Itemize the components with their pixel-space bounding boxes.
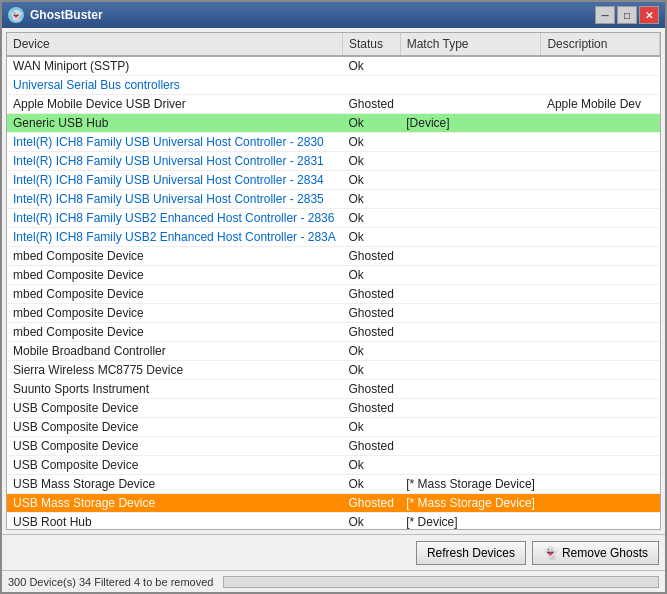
table-row[interactable]: Intel(R) ICH8 Family USB2 Enhanced Host …: [7, 209, 660, 228]
device-status: Ok: [342, 456, 400, 475]
device-match: [400, 190, 541, 209]
device-link[interactable]: Intel(R) ICH8 Family USB Universal Host …: [13, 192, 324, 206]
table-row[interactable]: USB Composite Device Ghosted: [7, 399, 660, 418]
table-scroll[interactable]: Device Status Match Type Description WAN…: [7, 33, 660, 529]
device-name: USB Mass Storage Device: [7, 494, 342, 513]
device-match: [400, 304, 541, 323]
device-desc: [541, 209, 660, 228]
device-link[interactable]: Intel(R) ICH8 Family USB Universal Host …: [13, 154, 324, 168]
close-button[interactable]: ✕: [639, 6, 659, 24]
device-match: [400, 133, 541, 152]
table-row[interactable]: mbed Composite Device Ghosted: [7, 285, 660, 304]
device-desc: [541, 418, 660, 437]
table-row[interactable]: Universal Serial Bus controllers: [7, 76, 660, 95]
device-desc: [541, 342, 660, 361]
device-name: Intel(R) ICH8 Family USB Universal Host …: [7, 171, 342, 190]
table-row[interactable]: mbed Composite Device Ghosted: [7, 323, 660, 342]
table-row[interactable]: USB Composite Device Ok: [7, 456, 660, 475]
device-desc: [541, 56, 660, 76]
title-bar-left: 👻 GhostBuster: [8, 7, 103, 23]
table-row[interactable]: Suunto Sports Instrument Ghosted: [7, 380, 660, 399]
device-name: Intel(R) ICH8 Family USB Universal Host …: [7, 152, 342, 171]
device-desc: [541, 152, 660, 171]
device-name: Apple Mobile Device USB Driver: [7, 95, 342, 114]
device-status: Ok: [342, 114, 400, 133]
main-window: 👻 GhostBuster ─ □ ✕ Device Status Match …: [0, 0, 667, 594]
device-desc: [541, 399, 660, 418]
device-desc: [541, 114, 660, 133]
table-row[interactable]: USB Mass Storage Device Ghosted [* Mass …: [7, 494, 660, 513]
device-desc: [541, 266, 660, 285]
device-desc: [541, 437, 660, 456]
device-status: Ok: [342, 266, 400, 285]
device-match: [400, 418, 541, 437]
device-match: [400, 399, 541, 418]
device-match: [400, 228, 541, 247]
device-status: Ok: [342, 209, 400, 228]
col-header-device: Device: [7, 33, 342, 56]
refresh-devices-button[interactable]: Refresh Devices: [416, 541, 526, 565]
device-name: mbed Composite Device: [7, 304, 342, 323]
table-header-row: Device Status Match Type Description: [7, 33, 660, 56]
device-desc: [541, 323, 660, 342]
section-label: Universal Serial Bus controllers: [7, 76, 660, 95]
table-row[interactable]: Intel(R) ICH8 Family USB2 Enhanced Host …: [7, 228, 660, 247]
device-name: mbed Composite Device: [7, 266, 342, 285]
device-desc: [541, 285, 660, 304]
device-name: USB Mass Storage Device: [7, 475, 342, 494]
device-match: [400, 285, 541, 304]
device-desc: [541, 171, 660, 190]
device-match: [400, 247, 541, 266]
table-row[interactable]: mbed Composite Device Ghosted: [7, 304, 660, 323]
table-row[interactable]: Apple Mobile Device USB Driver Ghosted A…: [7, 95, 660, 114]
maximize-button[interactable]: □: [617, 6, 637, 24]
col-header-desc: Description: [541, 33, 660, 56]
table-row[interactable]: USB Root Hub Ok [* Device]: [7, 513, 660, 530]
remove-ghosts-button[interactable]: 👻 Remove Ghosts: [532, 541, 659, 565]
device-link[interactable]: Intel(R) ICH8 Family USB2 Enhanced Host …: [13, 230, 336, 244]
device-name: Intel(R) ICH8 Family USB2 Enhanced Host …: [7, 228, 342, 247]
device-status: Ok: [342, 152, 400, 171]
device-status: Ok: [342, 171, 400, 190]
table-row[interactable]: Intel(R) ICH8 Family USB Universal Host …: [7, 190, 660, 209]
device-name: Intel(R) ICH8 Family USB2 Enhanced Host …: [7, 209, 342, 228]
status-bar: 300 Device(s) 34 Filtered 4 to be remove…: [2, 570, 665, 592]
device-status: Ok: [342, 133, 400, 152]
device-desc: [541, 475, 660, 494]
table-row[interactable]: mbed Composite Device Ghosted: [7, 247, 660, 266]
device-name: Mobile Broadband Controller: [7, 342, 342, 361]
minimize-button[interactable]: ─: [595, 6, 615, 24]
device-desc: [541, 380, 660, 399]
table-row[interactable]: Intel(R) ICH8 Family USB Universal Host …: [7, 171, 660, 190]
table-row[interactable]: Generic USB Hub Ok [Device]: [7, 114, 660, 133]
device-name: Sierra Wireless MC8775 Device: [7, 361, 342, 380]
table-row[interactable]: Mobile Broadband Controller Ok: [7, 342, 660, 361]
table-row[interactable]: Intel(R) ICH8 Family USB Universal Host …: [7, 152, 660, 171]
table-row[interactable]: Intel(R) ICH8 Family USB Universal Host …: [7, 133, 660, 152]
device-link[interactable]: Intel(R) ICH8 Family USB Universal Host …: [13, 135, 324, 149]
device-desc: [541, 228, 660, 247]
device-match: [* Mass Storage Device]: [400, 494, 541, 513]
table-row[interactable]: WAN Miniport (SSTP) Ok: [7, 56, 660, 76]
table-row[interactable]: mbed Composite Device Ok: [7, 266, 660, 285]
device-link[interactable]: Intel(R) ICH8 Family USB Universal Host …: [13, 173, 324, 187]
device-match: [400, 266, 541, 285]
device-name: Intel(R) ICH8 Family USB Universal Host …: [7, 133, 342, 152]
device-status: Ok: [342, 56, 400, 76]
table-row[interactable]: Sierra Wireless MC8775 Device Ok: [7, 361, 660, 380]
device-desc: [541, 133, 660, 152]
device-match: [400, 361, 541, 380]
device-match: [400, 171, 541, 190]
table-row[interactable]: USB Composite Device Ghosted: [7, 437, 660, 456]
device-status: Ok: [342, 342, 400, 361]
device-desc: [541, 361, 660, 380]
device-table: Device Status Match Type Description WAN…: [7, 33, 660, 529]
device-link[interactable]: Intel(R) ICH8 Family USB2 Enhanced Host …: [13, 211, 334, 225]
table-row[interactable]: USB Composite Device Ok: [7, 418, 660, 437]
device-status: Ok: [342, 361, 400, 380]
table-row[interactable]: USB Mass Storage Device Ok [* Mass Stora…: [7, 475, 660, 494]
device-status: Ok: [342, 513, 400, 530]
device-match: [400, 456, 541, 475]
device-name: USB Root Hub: [7, 513, 342, 530]
device-status: Ok: [342, 418, 400, 437]
